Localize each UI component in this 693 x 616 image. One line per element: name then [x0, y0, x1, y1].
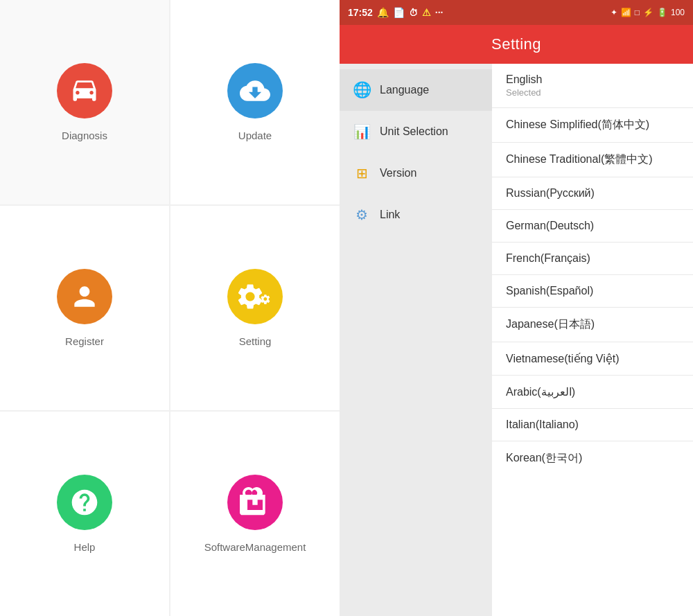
language-item-japanese[interactable]: Japanese(日本語): [492, 308, 693, 342]
settings-title: Setting: [491, 35, 541, 53]
language-item-italian[interactable]: Italian(Italiano): [492, 409, 693, 441]
menu-item-link[interactable]: ⚙ Link: [340, 194, 492, 236]
language-item-english[interactable]: EnglishSelected: [492, 64, 693, 108]
version-icon: ⊞: [352, 164, 371, 183]
language-item-chinese-simplified[interactable]: Chinese Simplified(简体中文): [492, 108, 693, 143]
notification-icon: 🔔: [377, 7, 389, 18]
wifi-icon: 📶: [621, 8, 631, 17]
status-time: 17:52 🔔 📄 ⏱ ⚠ ···: [348, 7, 443, 18]
settings-panel: 17:52 🔔 📄 ⏱ ⚠ ··· ✦ 📶 □ ⚡ 🔋 100 Setting …: [340, 0, 693, 616]
language-name-english: English: [506, 73, 679, 86]
help-tile[interactable]: Help: [0, 412, 169, 616]
language-name-vietnamese: Vietnamese(tiếng Việt): [506, 352, 679, 365]
language-name-japanese: Japanese(日本語): [506, 317, 679, 332]
menu-item-unit-selection[interactable]: 📊 Unit Selection: [340, 111, 492, 152]
setting-tile[interactable]: Setting: [170, 206, 340, 410]
link-menu-label: Link: [380, 209, 400, 221]
software-management-icon: [227, 475, 283, 530]
language-item-chinese-traditional[interactable]: Chinese Traditional(繁體中文): [492, 143, 693, 177]
status-icons: ✦ 📶 □ ⚡ 🔋 100: [611, 8, 685, 17]
battery-icon: 🔋: [657, 8, 667, 17]
language-subtitle-english: Selected: [506, 87, 679, 98]
warning-icon: ⚠: [422, 7, 431, 18]
language-icon: 🌐: [352, 80, 371, 100]
language-name-french: French(Français): [506, 252, 679, 265]
language-menu-label: Language: [380, 84, 429, 96]
version-menu-label: Version: [380, 167, 416, 179]
software-management-tile[interactable]: SoftwareManagement: [170, 412, 340, 616]
language-item-vietnamese[interactable]: Vietnamese(tiếng Việt): [492, 342, 693, 376]
update-tile[interactable]: Update: [170, 0, 340, 204]
menu-item-version[interactable]: ⊞ Version: [340, 152, 492, 194]
update-label: Update: [238, 130, 272, 141]
setting-label: Setting: [239, 335, 272, 347]
language-name-korean: Korean(한국어): [506, 451, 679, 466]
setting-icon: [227, 269, 283, 324]
language-name-arabic: Arabic(العربية): [506, 385, 679, 398]
language-item-russian[interactable]: Russian(Русский): [492, 177, 693, 210]
language-item-spanish[interactable]: Spanish(Español): [492, 275, 693, 308]
language-list: EnglishSelectedChinese Simplified(简体中文)C…: [492, 64, 693, 616]
language-item-french[interactable]: French(Français): [492, 243, 693, 275]
settings-content: 🌐 Language 📊 Unit Selection ⊞ Version ⚙ …: [340, 64, 693, 616]
status-bar: 17:52 🔔 📄 ⏱ ⚠ ··· ✦ 📶 □ ⚡ 🔋 100: [340, 0, 693, 25]
bluetooth-icon: ✦: [611, 8, 617, 17]
title-bar: Setting: [340, 25, 693, 64]
more-icon: ···: [435, 7, 444, 18]
unit-selection-icon: 📊: [352, 122, 371, 141]
diagnosis-label: Diagnosis: [62, 130, 107, 141]
settings-menu: 🌐 Language 📊 Unit Selection ⊞ Version ⚙ …: [340, 64, 492, 616]
charging-icon: ⚡: [643, 8, 653, 17]
help-label: Help: [74, 541, 96, 553]
language-name-italian: Italian(Italiano): [506, 419, 679, 431]
unit-selection-menu-label: Unit Selection: [380, 125, 448, 138]
register-label: Register: [65, 335, 104, 347]
language-item-arabic[interactable]: Arabic(العربية): [492, 376, 693, 409]
signal-icon: □: [635, 8, 640, 17]
language-item-korean[interactable]: Korean(한국어): [492, 441, 693, 475]
diagnosis-tile[interactable]: Diagnosis: [0, 0, 169, 204]
update-icon: [227, 63, 283, 118]
register-tile[interactable]: Register: [0, 206, 169, 410]
language-name-russian: Russian(Русский): [506, 187, 679, 200]
software-management-label: SoftwareManagement: [204, 541, 306, 553]
language-name-chinese-traditional: Chinese Traditional(繁體中文): [506, 152, 679, 167]
link-icon: ⚙: [352, 205, 371, 225]
document-icon: 📄: [393, 7, 405, 18]
help-icon: [57, 475, 112, 530]
diagnosis-icon: [57, 63, 112, 118]
language-name-german: German(Deutsch): [506, 220, 679, 232]
menu-item-language[interactable]: 🌐 Language: [340, 69, 492, 111]
clock-icon: ⏱: [409, 8, 418, 18]
register-icon: [57, 269, 112, 324]
language-item-german[interactable]: German(Deutsch): [492, 210, 693, 243]
app-grid: Diagnosis Update Register Setting Help: [0, 0, 340, 616]
language-name-spanish: Spanish(Español): [506, 285, 679, 297]
language-name-chinese-simplified: Chinese Simplified(简体中文): [506, 118, 679, 132]
